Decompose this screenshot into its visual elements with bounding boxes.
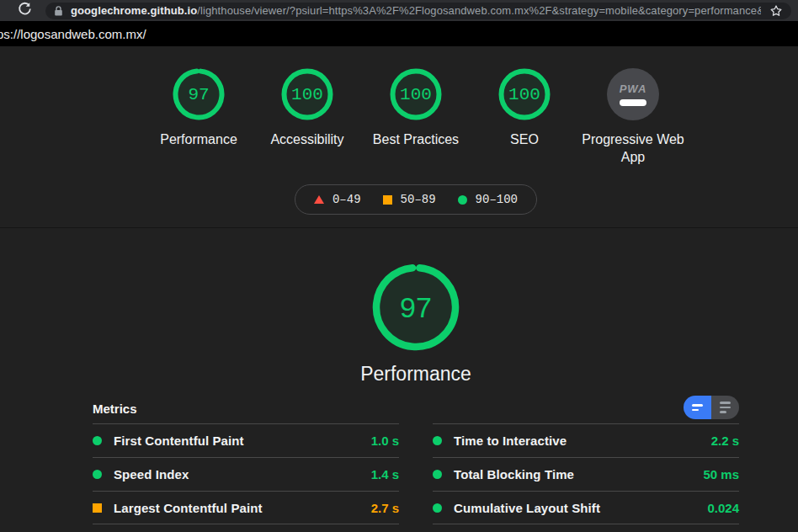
pass-circle-icon [433, 470, 442, 479]
gauge-label: SEO [510, 130, 539, 148]
star-icon [769, 4, 783, 18]
toggle-detailed-view-button[interactable] [711, 396, 739, 419]
gauge-ring: 100 [281, 68, 333, 120]
metric-row-time-to-interactive: Time to Interactive 2.2 s [433, 423, 739, 457]
metrics-view-toggle [684, 396, 739, 419]
score-gauge-performance[interactable]: 97 Performance [145, 68, 253, 166]
scores-row: 97 Performance 100 Accessibility 100 [93, 68, 739, 166]
category-title: Performance [360, 363, 471, 386]
gauge-ring: 97 [173, 68, 225, 120]
metrics-title: Metrics [93, 396, 137, 416]
metric-value: 1.0 s [371, 434, 399, 448]
gauge-label: Best Practices [373, 130, 459, 148]
pwa-logo: PWA [620, 82, 647, 95]
pass-circle-icon [433, 503, 442, 513]
category-gauge: 97 [372, 263, 460, 351]
metrics-header: Metrics [93, 396, 739, 419]
legend-range: 0–49 [332, 193, 361, 206]
url-bar[interactable]: googlechrome.github.io/lighthouse/viewer… [45, 3, 791, 19]
url-text: googlechrome.github.io/lighthouse/viewer… [71, 4, 761, 17]
reload-icon [18, 2, 32, 19]
detailed-lines-icon [720, 402, 731, 413]
report-topbar: ps://logosandweb.com.mx/ [0, 21, 798, 46]
metric-value: 2.2 s [711, 434, 739, 448]
legend-item-average: 50–89 [383, 193, 436, 206]
gauge-score: 100 [390, 68, 442, 120]
gauge-score: 100 [281, 68, 333, 120]
pass-circle-icon [433, 436, 442, 445]
report-content: 97 Performance 100 Accessibility 100 [0, 46, 798, 532]
average-square-icon [93, 503, 102, 513]
metric-row-cumulative-layout-shift: Cumulative Layout Shift 0.024 [433, 491, 739, 524]
bookmark-star-button[interactable] [769, 4, 783, 18]
pwa-circle: PWA [607, 68, 659, 120]
metric-label: Largest Contentful Paint [114, 501, 371, 515]
gauge-ring: 100 [390, 68, 442, 120]
pass-circle-icon [458, 195, 467, 205]
metric-label: Total Blocking Time [454, 467, 703, 481]
section-divider [0, 227, 798, 228]
gauge-ring: 100 [498, 68, 551, 120]
toggle-compact-view-button[interactable] [684, 396, 711, 419]
fail-triangle-icon [314, 195, 324, 204]
url-host: googlechrome.github.io [71, 4, 197, 17]
legend-range: 50–89 [401, 193, 436, 206]
metrics-section: Metrics [93, 396, 739, 524]
gauge-label: Performance [160, 130, 237, 148]
metric-row-total-blocking-time: Total Blocking Time 50 ms [433, 457, 739, 491]
browser-toolbar: googlechrome.github.io/lighthouse/viewer… [0, 0, 798, 21]
gauge-score: 100 [498, 68, 551, 120]
metric-value: 2.7 s [371, 501, 399, 515]
legend-row: 0–49 50–89 90–100 [93, 184, 739, 215]
score-gauge-accessibility[interactable]: 100 Accessibility [253, 68, 362, 166]
metric-label: First Contentful Paint [114, 434, 371, 448]
metrics-column-left: First Contentful Paint 1.0 s Speed Index… [93, 423, 399, 524]
reload-button[interactable] [15, 2, 34, 20]
metric-row-largest-contentful-paint: Largest Contentful Paint 2.7 s [93, 491, 399, 524]
report-url[interactable]: ps://logosandweb.com.mx/ [0, 27, 146, 41]
pwa-badge[interactable]: PWA Progressive Web App [579, 68, 688, 166]
compact-lines-icon [692, 404, 703, 411]
average-square-icon [383, 195, 392, 205]
metric-row-first-contentful-paint: First Contentful Paint 1.0 s [93, 423, 399, 457]
score-legend: 0–49 50–89 90–100 [295, 184, 537, 215]
metrics-table: First Contentful Paint 1.0 s Speed Index… [93, 423, 739, 524]
category-score: 97 [372, 263, 460, 351]
legend-item-pass: 90–100 [458, 193, 518, 206]
gauge-score: 97 [173, 68, 225, 120]
metric-value: 50 ms [703, 467, 739, 481]
score-gauge-best-practices[interactable]: 100 Best Practices [362, 68, 471, 166]
metric-value: 1.4 s [371, 467, 399, 481]
pass-circle-icon [93, 436, 102, 445]
pwa-dash-icon [620, 99, 646, 106]
score-gauge-seo[interactable]: 100 SEO [471, 68, 579, 166]
url-path: /lighthouse/viewer/?psiurl=https%3A%2F%2… [197, 4, 761, 17]
legend-range: 90–100 [476, 193, 518, 206]
pwa-label: Progressive Web App [579, 130, 688, 166]
metric-label: Speed Index [114, 467, 371, 481]
metric-label: Time to Interactive [454, 434, 711, 448]
lock-icon [54, 5, 63, 17]
metric-label: Cumulative Layout Shift [454, 501, 707, 515]
metrics-column-right: Time to Interactive 2.2 s Total Blocking… [433, 423, 739, 524]
gauge-label: Accessibility [270, 130, 343, 148]
legend-item-fail: 0–49 [314, 193, 361, 206]
category-header: 97 Performance [93, 263, 739, 386]
metric-row-speed-index: Speed Index 1.4 s [93, 457, 399, 491]
pass-circle-icon [93, 470, 102, 479]
metric-value: 0.024 [707, 501, 739, 515]
